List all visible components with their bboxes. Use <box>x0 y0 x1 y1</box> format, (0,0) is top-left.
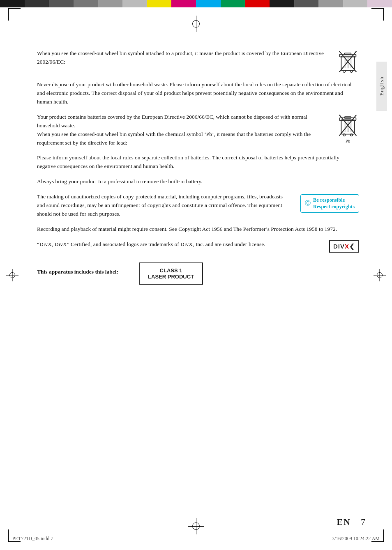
para-1-row: When you see the crossed-out wheel bin s… <box>37 49 359 74</box>
copyright-badge-area: Ⓒ Be responsible Respect copyrights <box>296 193 359 213</box>
para-6-section: The making of unauthorized copies of cop… <box>37 193 359 219</box>
apparatus-row: This apparatus includes this label: CLAS… <box>37 259 359 285</box>
para-2: Never dispose of your product with other… <box>37 81 359 106</box>
para-3-row: Your product contains batteries covered … <box>37 113 359 147</box>
corner-mark-tr <box>371 8 384 21</box>
wheelie-bin-icon-2 <box>337 113 359 138</box>
footer-right-text: 3/16/2009 10:24:22 AM <box>332 536 380 542</box>
para-6-text: The making of unauthorized copies of cop… <box>37 193 289 219</box>
para-6-row: The making of unauthorized copies of cop… <box>37 193 359 219</box>
left-crosshair <box>6 269 18 281</box>
para-8-row: “DivX, DivX” Certified, and associated l… <box>37 240 359 253</box>
para-8-text: “DivX, DivX” Certified, and associated l… <box>37 240 321 249</box>
para-1-text: When you see the crossed-out wheel bin s… <box>37 49 328 67</box>
bottom-crosshair <box>188 518 204 534</box>
para-3-text: Your product contains batteries covered … <box>37 113 328 147</box>
class1-line2: LASER PRODUCT <box>148 274 194 280</box>
corner-mark-tl <box>8 8 21 21</box>
bin-icon-1-area <box>337 49 359 74</box>
color-bar <box>0 0 392 7</box>
divx-logo: DIVX❮ <box>329 240 359 253</box>
bin-icon-2-area: Pb <box>337 113 359 143</box>
wheelie-bin-icon-1 <box>337 49 359 74</box>
copyright-badge: Ⓒ Be responsible Respect copyrights <box>300 194 359 213</box>
badge-text: Be responsible Respect copyrights <box>313 197 355 210</box>
footer-page-number: 7 <box>361 517 365 527</box>
class1-line1: CLASS 1 <box>148 267 194 274</box>
divx-x: X <box>345 243 349 250</box>
para-4: Please inform yourself about the local r… <box>37 154 359 171</box>
apparatus-label: This apparatus includes this label: <box>37 269 118 275</box>
para-5: Always bring your product to a professio… <box>37 177 359 186</box>
right-crosshair <box>374 269 386 281</box>
divx-logo-area: DIVX❮ <box>329 240 359 253</box>
english-label: English <box>376 62 387 111</box>
svg-rect-12 <box>345 117 351 118</box>
para-7: Recording and playback of material might… <box>37 225 359 234</box>
pb-label: Pb <box>346 138 350 143</box>
footer-en-label: EN <box>337 517 351 527</box>
copyright-circle-icon: Ⓒ <box>305 200 311 207</box>
main-content: When you see the crossed-out wheel bin s… <box>37 49 359 517</box>
top-crosshair <box>188 16 204 32</box>
footer-left-text: PET721D_05.indd 7 <box>12 536 53 542</box>
class1-label-box: CLASS 1 LASER PRODUCT <box>139 262 203 285</box>
footer: PET721D_05.indd 7 3/16/2009 10:24:22 AM <box>0 536 392 542</box>
